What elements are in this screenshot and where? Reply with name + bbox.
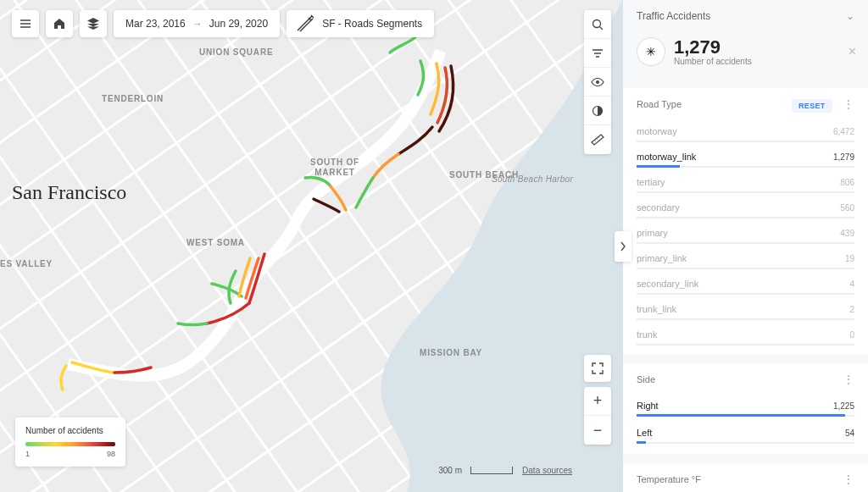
data-sources-link[interactable]: Data sources [522,466,572,475]
side-item-label: Left [637,428,652,438]
facet-bar-bg [637,217,854,218]
map-tool-rail [584,10,611,154]
side-bar-fg [637,441,646,444]
facet-row-motorway[interactable]: motorway6,472 [637,120,854,142]
facet-row-trunk[interactable]: trunk0 [637,323,854,346]
home-button[interactable] [46,10,73,37]
map-city-label: San Francisco [12,181,126,203]
facet-row-secondary_link[interactable]: secondary_link4 [637,273,854,295]
side-item-value: 54 [845,428,854,438]
side-row-left[interactable]: Left54 [637,422,854,444]
side-bar-bg [637,442,854,444]
legend-gradient [25,442,115,446]
facet-item-label: trunk_link [637,304,676,314]
facet-bar-bg [637,141,854,142]
map-district-label: WEST SOMA [186,238,245,247]
eye-icon [591,76,604,88]
facet-title: Temperature °F [637,474,701,484]
metric-label: Number of accidents [674,57,752,66]
facet-bar-bg [637,344,854,346]
zoom-control: + − [584,387,611,445]
reset-button[interactable]: RESET [792,99,832,113]
scale-bar: 300 m [438,466,513,475]
search-button[interactable] [584,10,611,39]
facet-item-label: trunk [637,329,657,340]
panel-title: Traffic Accidents [637,10,710,22]
date-range-pill[interactable]: Mar 23, 2016 → Jun 29, 2020 [114,10,280,37]
facet-item-value: 806 [840,178,854,187]
facet-item-label: secondary [637,202,680,213]
side-row-right[interactable]: Right1,225 [637,395,854,417]
contrast-button[interactable] [584,97,611,125]
panel-header[interactable]: Traffic Accidents ⌄ [623,0,868,32]
sparkle-icon: ✳︎ [637,37,665,66]
road-segments-icon [295,14,315,34]
facet-more-button[interactable]: ⋮ [843,473,854,486]
layer-pill[interactable]: SF - Roads Segments [287,10,434,37]
chevron-down-icon: ⌄ [846,10,854,22]
close-metric-button[interactable]: × [849,44,856,59]
facet-title: Side [637,374,655,384]
map-top-toolbar: Mar 23, 2016 → Jun 29, 2020 SF - Roads S… [12,10,434,37]
facet-item-label: primary_link [637,253,687,263]
metric-value: 1,279 [674,38,752,57]
map-district-label: ES VALLEY [0,259,53,268]
layer-name: SF - Roads Segments [322,18,422,30]
facet-item-value: 19 [845,254,854,263]
facet-row-motorway_link[interactable]: motorway_link1,279 [637,146,854,168]
date-from: Mar 23, 2016 [125,18,186,30]
zoom-in-button[interactable]: + [584,387,611,416]
svg-point-29 [593,19,601,27]
facet-more-button[interactable]: ⋮ [843,97,854,111]
side-bar-fg [637,414,845,417]
map-harbor-label: South Beach Harbor [492,174,573,184]
side-panel: Traffic Accidents ⌄ ✳︎ 1,279 Number of a… [623,0,868,492]
facet-item-value: 4 [849,279,854,289]
fullscreen-button[interactable] [584,355,611,382]
facet-item-label: primary [637,228,668,238]
layers-button[interactable] [80,10,107,37]
facet-row-trunk_link[interactable]: trunk_link2 [637,298,854,320]
arrow-right-icon: → [192,18,203,30]
ruler-icon [591,134,604,146]
legend-min: 1 [25,450,30,458]
hamburger-icon [19,18,31,30]
map-district-label: UNION SQUARE [199,47,273,57]
map-legend: Number of accidents 1 98 [15,417,125,467]
facet-item-label: motorway [637,126,677,136]
menu-button[interactable] [12,10,39,37]
facet-row-primary[interactable]: primary439 [637,222,854,244]
legend-max: 98 [107,450,115,458]
map-district-label: TENDERLOIN [102,94,164,103]
svg-point-31 [596,80,599,84]
home-icon [53,18,65,30]
metric-card: ✳︎ 1,279 Number of accidents × [623,32,868,78]
date-to: Jun 29, 2020 [209,18,268,30]
facet-row-secondary[interactable]: secondary560 [637,196,854,218]
chevron-right-icon [620,241,626,252]
facet-bar-fg [637,165,680,168]
facet-item-value: 0 [849,330,854,340]
contrast-icon [592,105,604,117]
facet-item-value: 1,279 [833,152,854,162]
measure-button[interactable] [584,125,611,154]
filter-icon [592,47,604,59]
facet-row-primary_link[interactable]: primary_link19 [637,247,854,269]
filter-button[interactable] [584,39,611,68]
map-district-label: SOUTH OFMARKET [310,158,359,177]
facet-temperature: Temperature °F ⋮ [623,464,868,492]
visibility-button[interactable] [584,68,611,97]
facet-item-value: 560 [840,203,854,213]
map-canvas[interactable]: San Francisco UNION SQUARE TENDERLOIN SO… [0,0,623,492]
side-item-label: Right [637,401,659,411]
search-icon [592,19,604,30]
facet-bar-bg [637,242,854,244]
facet-title: Road Type [637,99,682,109]
facet-item-value: 2 [849,305,854,314]
facet-more-button[interactable]: ⋮ [843,373,854,386]
facet-row-tertiary[interactable]: tertiary806 [637,171,854,193]
zoom-out-button[interactable]: − [584,416,611,445]
svg-line-30 [600,26,604,30]
facet-bar-bg [637,293,854,295]
panel-collapse-button[interactable] [615,231,632,262]
